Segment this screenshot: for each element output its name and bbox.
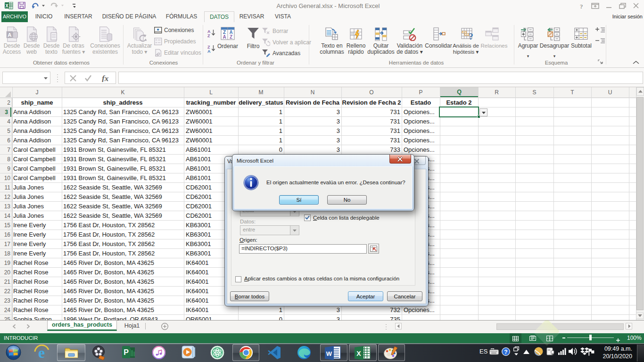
svg-text:X: X: [356, 350, 361, 357]
svg-text:?: ?: [504, 349, 507, 355]
svg-text:e: e: [38, 345, 45, 361]
svg-text:P: P: [124, 348, 129, 356]
svg-text:W: W: [326, 350, 332, 357]
